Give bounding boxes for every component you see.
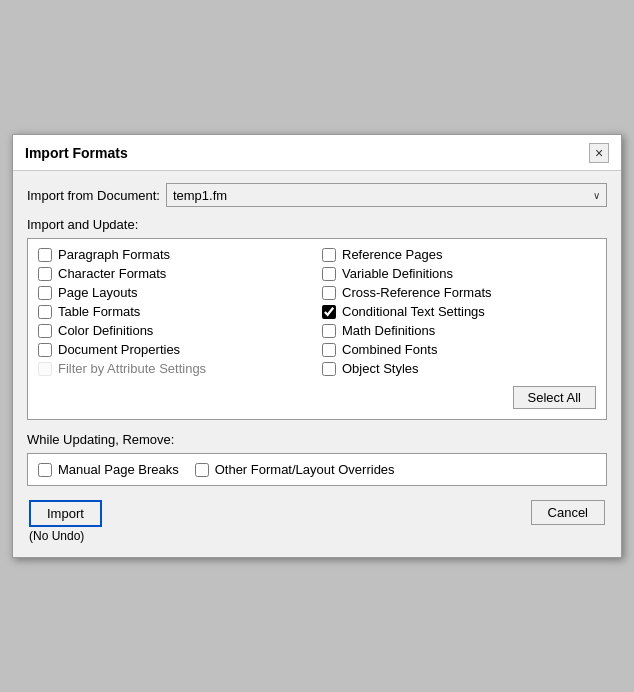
checkbox-doc-props-input[interactable] xyxy=(38,343,52,357)
checkbox-xref-formats-input[interactable] xyxy=(322,286,336,300)
checkbox-para-formats-label: Paragraph Formats xyxy=(58,247,170,262)
checkbox-table-formats-input[interactable] xyxy=(38,305,52,319)
import-update-grid: Paragraph Formats Reference Pages Charac… xyxy=(38,247,596,376)
checkbox-other-overrides[interactable]: Other Format/Layout Overrides xyxy=(195,462,395,477)
checkbox-table-formats[interactable]: Table Formats xyxy=(38,304,312,319)
checkbox-page-layouts-label: Page Layouts xyxy=(58,285,138,300)
checkbox-math-defs-label: Math Definitions xyxy=(342,323,435,338)
checkbox-ref-pages-input[interactable] xyxy=(322,248,336,262)
dialog-body: Import from Document: temp1.fm ∨ Import … xyxy=(13,171,621,557)
checkbox-filter-attr-input xyxy=(38,362,52,376)
import-from-label: Import from Document: xyxy=(27,188,160,203)
checkbox-math-defs[interactable]: Math Definitions xyxy=(322,323,596,338)
checkbox-page-layouts[interactable]: Page Layouts xyxy=(38,285,312,300)
checkbox-xref-formats-label: Cross-Reference Formats xyxy=(342,285,492,300)
checkbox-char-formats-input[interactable] xyxy=(38,267,52,281)
select-all-row: Select All xyxy=(38,386,596,409)
remove-row: Manual Page Breaks Other Format/Layout O… xyxy=(38,462,596,477)
select-all-button[interactable]: Select All xyxy=(513,386,596,409)
checkbox-math-defs-input[interactable] xyxy=(322,324,336,338)
title-bar: Import Formats × xyxy=(13,135,621,171)
checkbox-obj-styles-label: Object Styles xyxy=(342,361,419,376)
checkbox-color-defs-input[interactable] xyxy=(38,324,52,338)
checkbox-manual-breaks[interactable]: Manual Page Breaks xyxy=(38,462,179,477)
checkbox-ref-pages-label: Reference Pages xyxy=(342,247,442,262)
checkbox-color-defs-label: Color Definitions xyxy=(58,323,153,338)
import-section: Import (No Undo) xyxy=(29,500,102,543)
checkbox-table-formats-label: Table Formats xyxy=(58,304,140,319)
checkbox-combined-fonts[interactable]: Combined Fonts xyxy=(322,342,596,357)
import-button[interactable]: Import xyxy=(29,500,102,527)
checkbox-combined-fonts-label: Combined Fonts xyxy=(342,342,437,357)
checkbox-manual-breaks-input[interactable] xyxy=(38,463,52,477)
import-update-panel: Paragraph Formats Reference Pages Charac… xyxy=(27,238,607,420)
checkbox-char-formats-label: Character Formats xyxy=(58,266,166,281)
import-formats-dialog: Import Formats × Import from Document: t… xyxy=(12,134,622,558)
checkbox-cond-text[interactable]: Conditional Text Settings xyxy=(322,304,596,319)
checkbox-filter-attr: Filter by Attribute Settings xyxy=(38,361,312,376)
checkbox-combined-fonts-input[interactable] xyxy=(322,343,336,357)
checkbox-xref-formats[interactable]: Cross-Reference Formats xyxy=(322,285,596,300)
checkbox-var-defs-label: Variable Definitions xyxy=(342,266,453,281)
checkbox-para-formats-input[interactable] xyxy=(38,248,52,262)
checkbox-obj-styles[interactable]: Object Styles xyxy=(322,361,596,376)
checkbox-var-defs-input[interactable] xyxy=(322,267,336,281)
checkbox-cond-text-label: Conditional Text Settings xyxy=(342,304,485,319)
checkbox-other-overrides-label: Other Format/Layout Overrides xyxy=(215,462,395,477)
checkbox-page-layouts-input[interactable] xyxy=(38,286,52,300)
checkbox-var-defs[interactable]: Variable Definitions xyxy=(322,266,596,281)
checkbox-cond-text-input[interactable] xyxy=(322,305,336,319)
checkbox-other-overrides-input[interactable] xyxy=(195,463,209,477)
dropdown-arrow-icon: ∨ xyxy=(593,190,600,201)
close-button[interactable]: × xyxy=(589,143,609,163)
checkbox-para-formats[interactable]: Paragraph Formats xyxy=(38,247,312,262)
checkbox-manual-breaks-label: Manual Page Breaks xyxy=(58,462,179,477)
remove-panel: Manual Page Breaks Other Format/Layout O… xyxy=(27,453,607,486)
dialog-title: Import Formats xyxy=(25,145,128,161)
cancel-button[interactable]: Cancel xyxy=(531,500,605,525)
checkbox-ref-pages[interactable]: Reference Pages xyxy=(322,247,596,262)
checkbox-color-defs[interactable]: Color Definitions xyxy=(38,323,312,338)
checkbox-doc-props[interactable]: Document Properties xyxy=(38,342,312,357)
import-update-label: Import and Update: xyxy=(27,217,607,232)
checkbox-filter-attr-label: Filter by Attribute Settings xyxy=(58,361,206,376)
no-undo-text: (No Undo) xyxy=(29,529,102,543)
bottom-row: Import (No Undo) Cancel xyxy=(27,500,607,543)
while-updating-label: While Updating, Remove: xyxy=(27,432,607,447)
dropdown-value: temp1.fm xyxy=(173,188,227,203)
checkbox-obj-styles-input[interactable] xyxy=(322,362,336,376)
import-from-row: Import from Document: temp1.fm ∨ xyxy=(27,183,607,207)
document-dropdown[interactable]: temp1.fm ∨ xyxy=(166,183,607,207)
checkbox-char-formats[interactable]: Character Formats xyxy=(38,266,312,281)
checkbox-doc-props-label: Document Properties xyxy=(58,342,180,357)
